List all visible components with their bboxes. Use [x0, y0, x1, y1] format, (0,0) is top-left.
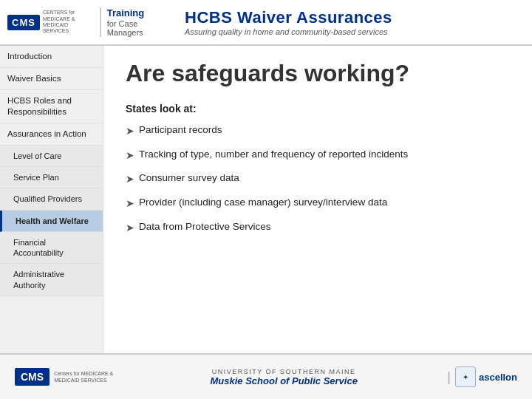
footer-right: | ✦ ascellon: [447, 366, 517, 387]
list-item: ➤ Tracking of type, number and frequency…: [126, 148, 510, 163]
arrow-icon-1: ➤: [126, 124, 134, 139]
training-title: Training: [107, 7, 170, 19]
sidebar-item-assurances-action[interactable]: Assurances in Action: [0, 123, 103, 146]
footer-center: University of Southern Maine Muskie Scho…: [211, 368, 358, 386]
footer-muskie-label: Muskie School of Public Service: [211, 375, 358, 386]
ascellon-icon: ✦: [455, 366, 476, 387]
bullet-text-participant: Participant records: [139, 123, 222, 137]
cms-subtitle: CENTERS for MEDICARE & MEDICAID SERVICES: [43, 10, 94, 35]
bullet-text-provider: Provider (including case manager) survey…: [139, 196, 387, 210]
sidebar-item-waiver-basics[interactable]: Waiver Basics: [0, 68, 103, 90]
list-item: ➤ Participant records: [126, 123, 510, 139]
sidebar-item-health-welfare[interactable]: Health and Welfare: [0, 211, 103, 232]
cms-badge: CMS: [7, 15, 40, 30]
sidebar-item-qualified-providers[interactable]: Qualified Providers: [0, 188, 103, 210]
sidebar-item-introduction[interactable]: Introduction: [0, 46, 103, 68]
bullet-text-tracking: Tracking of type, number and frequency o…: [139, 148, 408, 162]
hcbs-subtitle: Assuring quality in home and community-b…: [185, 27, 388, 36]
sidebar: Introduction Waiver Basics HCBS Roles an…: [0, 46, 103, 353]
sidebar-item-hcbs-roles[interactable]: HCBS Roles and Responsibilities: [0, 90, 103, 123]
footer-usm-label: University of Southern Maine: [212, 368, 356, 375]
arrow-icon-3: ➤: [126, 172, 134, 187]
footer-cms: CMS Centers for MEDICARE & MEDICAID SERV…: [15, 368, 120, 386]
footer: CMS Centers for MEDICARE & MEDICAID SERV…: [0, 353, 532, 399]
training-block: Training for Case Managers: [100, 7, 170, 37]
footer-cms-subtitle: Centers for MEDICARE & MEDICAID SERVICES: [54, 370, 120, 383]
sidebar-item-service-plan[interactable]: Service Plan: [0, 167, 103, 188]
cms-logo: CMS CENTERS for MEDICARE & MEDICAID SERV…: [7, 10, 94, 35]
list-item: ➤ Consumer survey data: [126, 171, 510, 187]
arrow-icon-4: ➤: [126, 197, 134, 211]
arrow-icon-5: ➤: [126, 221, 134, 236]
bullet-text-protective: Data from Protective Services: [139, 220, 271, 234]
states-look-label: States look at:: [126, 103, 510, 115]
ascellon-logo: ✦ ascellon: [455, 366, 517, 387]
sidebar-item-administrative-authority[interactable]: Administrative Authority: [0, 264, 103, 296]
list-item: ➤ Data from Protective Services: [126, 220, 510, 236]
sidebar-item-level-of-care[interactable]: Level of Care: [0, 146, 103, 167]
body-area: Introduction Waiver Basics HCBS Roles an…: [0, 46, 532, 353]
ascellon-text: ascellon: [479, 372, 517, 383]
page-title: Are safeguards working?: [126, 61, 510, 86]
arrow-icon-2: ➤: [126, 149, 134, 163]
list-item: ➤ Provider (including case manager) surv…: [126, 196, 510, 211]
bullet-text-consumer: Consumer survey data: [139, 171, 239, 185]
bullet-list: ➤ Participant records ➤ Tracking of type…: [126, 123, 510, 235]
pipe-divider: |: [447, 369, 451, 385]
hcbs-title: HCBS Waiver Assurances: [185, 8, 392, 27]
header-right: HCBS Waiver Assurances Assuring quality …: [170, 8, 525, 36]
training-subtitle: for Case Managers: [107, 19, 170, 37]
sidebar-item-financial-accountability[interactable]: Financial Accountability: [0, 232, 103, 265]
header: CMS CENTERS for MEDICARE & MEDICAID SERV…: [0, 0, 532, 46]
footer-cms-badge: CMS: [15, 368, 50, 386]
header-left: CMS CENTERS for MEDICARE & MEDICAID SERV…: [7, 7, 170, 37]
main-content: Are safeguards working? States look at: …: [103, 46, 532, 353]
